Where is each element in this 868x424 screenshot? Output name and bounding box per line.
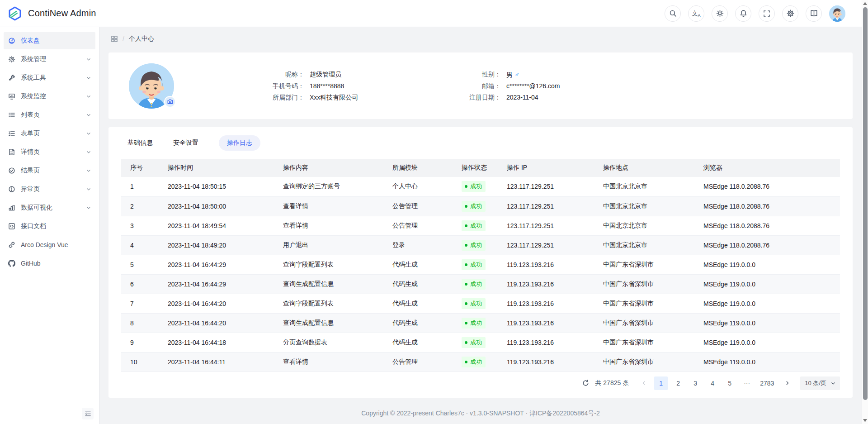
sidebar-item-label: 列表页 bbox=[21, 111, 40, 119]
table-cell: 查看详情 bbox=[279, 216, 389, 235]
table-cell: 中国北京北京市 bbox=[599, 216, 700, 235]
table-cell: 123.117.129.251 bbox=[503, 216, 599, 235]
table-row: 32023-11-04 18:49:54查看详情公告管理成功123.117.12… bbox=[121, 216, 840, 235]
table-row: 12023-11-04 18:50:15查询绑定的三方账号个人中心成功123.1… bbox=[121, 177, 840, 196]
table-cell: MSEdge 118.0.2088.76 bbox=[700, 216, 840, 235]
field-label: 昵称： bbox=[233, 69, 310, 81]
settings-button[interactable] bbox=[782, 5, 798, 22]
page-button-5[interactable]: 5 bbox=[723, 376, 736, 390]
page-scrollbar[interactable] bbox=[862, 0, 868, 424]
sidebar-item-api-docs[interactable]: 接口文档 bbox=[4, 218, 95, 235]
status-dot-icon bbox=[465, 185, 467, 188]
github-icon bbox=[8, 260, 15, 267]
table-cell: 119.123.193.216 bbox=[503, 352, 599, 372]
sidebar-item-label: Arco Design Vue bbox=[21, 241, 68, 248]
status-cell: 成功 bbox=[458, 235, 503, 255]
logo-link[interactable]: ContiNew Admin bbox=[7, 6, 96, 21]
check-circle-icon bbox=[8, 167, 15, 174]
prev-page-button[interactable] bbox=[637, 376, 651, 390]
table-cell: 中国广东省深圳市 bbox=[599, 294, 700, 313]
table-cell: 1 bbox=[121, 177, 164, 196]
chevron-down-icon bbox=[86, 168, 91, 173]
page-button-last[interactable]: 2783 bbox=[757, 376, 777, 390]
table-cell: 中国广东省深圳市 bbox=[599, 255, 700, 274]
scrollbar-thumb[interactable] bbox=[863, 7, 868, 400]
table-row: 92023-11-04 16:44:18分页查询数据表代码生成成功119.123… bbox=[121, 333, 840, 352]
tab-security-settings[interactable]: 安全设置 bbox=[173, 139, 198, 147]
table-cell: 查看详情 bbox=[279, 352, 389, 372]
col-header-module: 所属模块 bbox=[389, 159, 458, 177]
sidebar-item-system-tools[interactable]: 系统工具 bbox=[4, 69, 95, 86]
bell-icon bbox=[740, 10, 747, 17]
sidebar-item-arco-design-vue[interactable]: Arco Design Vue bbox=[4, 236, 95, 253]
status-cell: 成功 bbox=[458, 294, 503, 313]
theme-toggle-button[interactable] bbox=[712, 5, 728, 22]
app-title: ContiNew Admin bbox=[28, 8, 96, 19]
table-cell: 查询生成配置信息 bbox=[279, 274, 389, 294]
table-cell: 119.123.193.216 bbox=[503, 313, 599, 333]
status-cell: 成功 bbox=[458, 255, 503, 274]
sidebar-item-exception-page[interactable]: 异常页 bbox=[4, 181, 95, 198]
col-header-ip: 操作 IP bbox=[503, 159, 599, 177]
sidebar-item-github[interactable]: GitHub bbox=[4, 255, 95, 272]
table-cell: 公告管理 bbox=[389, 196, 458, 216]
page-size-select[interactable]: 10 条/页 bbox=[800, 376, 840, 390]
tab-operation-log[interactable]: 操作日志 bbox=[219, 135, 260, 151]
table-cell: 2023-11-04 18:50:15 bbox=[164, 177, 279, 196]
page-button-2[interactable]: 2 bbox=[671, 376, 685, 390]
page-ellipsis[interactable]: ··· bbox=[740, 376, 754, 390]
docs-button[interactable] bbox=[806, 5, 822, 22]
table-cell: 代码生成 bbox=[389, 294, 458, 313]
sidebar-item-form-page[interactable]: 表单页 bbox=[4, 125, 95, 142]
dashboard-icon bbox=[8, 37, 15, 44]
sidebar-item-result-page[interactable]: 结果页 bbox=[4, 162, 95, 179]
user-avatar[interactable] bbox=[829, 5, 845, 22]
table-cell: MSEdge 118.0.2088.76 bbox=[700, 177, 840, 196]
code-square-icon bbox=[8, 223, 15, 230]
sidebar-item-data-visualization[interactable]: 数据可视化 bbox=[4, 199, 95, 216]
change-avatar-button[interactable] bbox=[164, 96, 176, 108]
next-page-button[interactable] bbox=[780, 376, 794, 390]
table-cell: 3 bbox=[121, 216, 164, 235]
translate-button[interactable]: 文A bbox=[688, 5, 704, 22]
chevron-down-icon bbox=[831, 381, 835, 386]
fullscreen-button[interactable] bbox=[759, 5, 775, 22]
search-button[interactable] bbox=[665, 5, 681, 22]
status-cell: 成功 bbox=[458, 177, 503, 196]
department-value: Xxx科技有限公司 bbox=[310, 92, 461, 103]
status-cell: 成功 bbox=[458, 333, 503, 352]
scrollbar-down-arrow-icon[interactable] bbox=[863, 419, 867, 422]
register-date-value: 2023-11-04 bbox=[506, 92, 560, 103]
status-badge: 成功 bbox=[462, 337, 486, 348]
list-icon bbox=[8, 111, 15, 119]
status-dot-icon bbox=[465, 244, 467, 247]
status-cell: 成功 bbox=[458, 196, 503, 216]
refresh-button[interactable] bbox=[580, 377, 591, 389]
email-value: c********@126.com bbox=[506, 81, 560, 92]
table-cell: 2023-11-04 16:44:20 bbox=[164, 313, 279, 333]
status-dot-icon bbox=[465, 361, 467, 363]
sidebar-item-list-page[interactable]: 列表页 bbox=[4, 106, 95, 124]
tab-basic-info[interactable]: 基础信息 bbox=[127, 139, 153, 147]
scrollbar-up-arrow-icon[interactable] bbox=[863, 2, 867, 5]
page-button-3[interactable]: 3 bbox=[689, 376, 702, 390]
page-button-4[interactable]: 4 bbox=[706, 376, 719, 390]
notifications-button[interactable] bbox=[735, 5, 751, 22]
sidebar-item-dashboard[interactable]: 仪表盘 bbox=[4, 32, 95, 49]
sidebar-item-system-management[interactable]: 系统管理 bbox=[4, 51, 95, 68]
table-cell: 4 bbox=[121, 235, 164, 255]
home-apps-icon[interactable] bbox=[111, 35, 118, 43]
field-label: 所属部门： bbox=[233, 92, 310, 103]
table-cell: 2023-11-04 18:49:20 bbox=[164, 235, 279, 255]
page-button-1[interactable]: 1 bbox=[654, 376, 668, 390]
table-cell: 2023-11-04 16:44:29 bbox=[164, 274, 279, 294]
col-header-no: 序号 bbox=[121, 159, 164, 177]
breadcrumb: / 个人中心 bbox=[111, 33, 853, 45]
sidebar-collapse-button[interactable] bbox=[82, 408, 94, 419]
profile-info: 昵称： 超级管理员 性别： 男♂ 手机号码： 188****8888 邮箱： c… bbox=[233, 69, 560, 103]
sidebar-item-system-monitor[interactable]: 系统监控 bbox=[4, 88, 95, 105]
camera-icon bbox=[167, 99, 173, 105]
phone-value: 188****8888 bbox=[310, 81, 461, 92]
profile-tabs: 基础信息 安全设置 操作日志 bbox=[121, 135, 840, 151]
sidebar-item-detail-page[interactable]: 详情页 bbox=[4, 143, 95, 161]
